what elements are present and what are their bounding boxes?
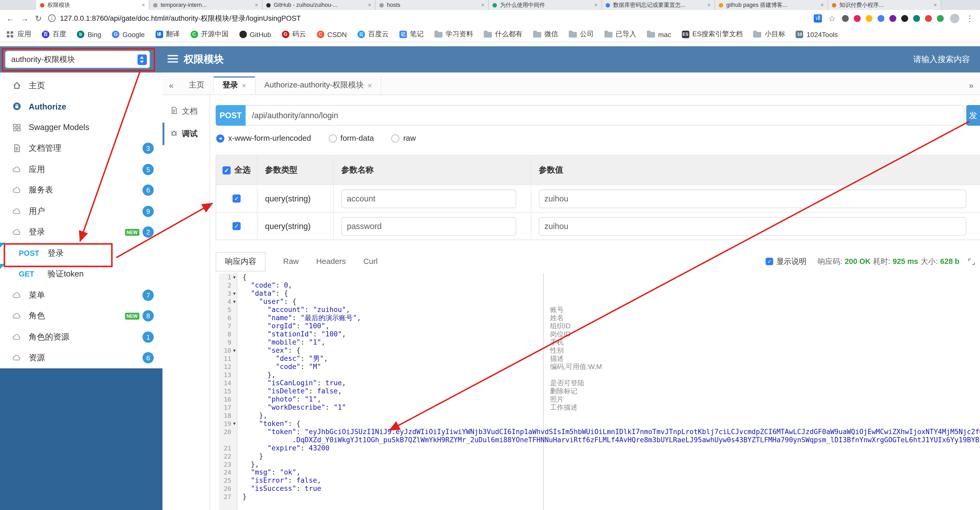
tab-login[interactable]: 登录 × bbox=[214, 76, 256, 94]
menu-toggle-icon[interactable] bbox=[167, 55, 178, 64]
tab-authorize[interactable]: Authorize-authority-权限模块 × bbox=[256, 76, 381, 94]
fold-caret-icon[interactable]: ▾ bbox=[231, 346, 237, 355]
back-icon[interactable]: ← bbox=[6, 13, 14, 23]
bookmark-item[interactable]: 学习资料 bbox=[434, 29, 473, 39]
extension-icon[interactable] bbox=[842, 15, 849, 22]
tab-close-icon[interactable]: × bbox=[255, 2, 258, 8]
sidebar-item[interactable]: 登录NEW2 bbox=[0, 222, 162, 243]
tab-close-icon[interactable]: × bbox=[821, 2, 824, 8]
profile-avatar[interactable] bbox=[950, 13, 959, 23]
translate-icon[interactable]: 译 bbox=[814, 14, 822, 22]
browser-tab[interactable]: 知识付费小程序...× bbox=[828, 0, 941, 10]
extension-icon[interactable] bbox=[877, 15, 884, 22]
extension-icon[interactable] bbox=[889, 15, 896, 22]
bookmark-item[interactable]: 已导入 bbox=[605, 29, 636, 39]
sidebar-item[interactable]: 服务表6 bbox=[0, 180, 162, 201]
bookmark-item[interactable]: 记笔记 bbox=[399, 29, 424, 39]
bookmark-item[interactable]: 公司 bbox=[569, 29, 594, 39]
close-icon[interactable]: × bbox=[242, 81, 247, 89]
tab-close-icon[interactable]: × bbox=[481, 2, 485, 8]
module-select[interactable]: authority-权限模块 bbox=[5, 51, 150, 68]
fold-caret-icon[interactable]: ▾ bbox=[231, 273, 237, 282]
tab-close-icon[interactable]: × bbox=[368, 2, 371, 8]
bookmark-item[interactable]: 小目标 bbox=[754, 29, 785, 39]
nav-document[interactable]: 文档 bbox=[162, 100, 210, 123]
request-path[interactable]: /api/authority/anno/login bbox=[246, 105, 964, 126]
tab-response-content[interactable]: 响应内容 bbox=[216, 252, 266, 271]
row-checkbox[interactable]: ✓ bbox=[232, 222, 241, 230]
radio-raw[interactable]: raw bbox=[391, 134, 416, 143]
bookmark-item[interactable]: 微信 bbox=[533, 29, 558, 39]
close-icon[interactable]: × bbox=[368, 81, 372, 89]
extension-icon[interactable] bbox=[937, 15, 944, 22]
sidebar-item[interactable]: 菜单7 bbox=[0, 285, 162, 306]
extension-icon[interactable] bbox=[901, 15, 908, 22]
bookmark-item[interactable]: bBing bbox=[77, 30, 101, 38]
tab-headers[interactable]: Headers bbox=[316, 257, 346, 266]
bookmark-item[interactable]: 什么都有 bbox=[484, 29, 523, 39]
browser-tab[interactable]: github pages 搭建博客...× bbox=[715, 0, 828, 10]
tab-close-icon[interactable]: × bbox=[594, 2, 598, 8]
bookmark-item[interactable]: G码云 bbox=[282, 29, 306, 39]
sidebar-item[interactable]: 文档管理3 bbox=[0, 138, 162, 159]
bookmark-item[interactable]: 应用 bbox=[6, 29, 31, 39]
param-name-input[interactable] bbox=[341, 217, 516, 235]
tab-close-icon[interactable]: × bbox=[707, 2, 711, 8]
bookmark-item[interactable]: GGoogle bbox=[112, 30, 145, 38]
browser-tab[interactable]: 数据库密码忘记或要重置怎...× bbox=[602, 0, 715, 10]
bookmark-item[interactable]: 百百度 bbox=[42, 29, 67, 39]
extension-icon[interactable] bbox=[913, 15, 920, 22]
extension-icon[interactable] bbox=[854, 15, 861, 22]
sidebar-api-get[interactable]: GET验证token bbox=[0, 264, 162, 285]
sidebar-item[interactable]: 资源6 bbox=[0, 347, 162, 368]
param-name-input[interactable] bbox=[341, 189, 516, 208]
bookmark-item[interactable]: C开源中国 bbox=[190, 29, 228, 39]
sidebar-item[interactable]: 角色NEW8 bbox=[0, 305, 162, 327]
fold-caret-icon[interactable]: ▾ bbox=[231, 298, 237, 306]
menu-kebab-icon[interactable]: ⋮ bbox=[966, 13, 974, 23]
forward-icon[interactable]: → bbox=[21, 13, 29, 23]
tabs-scroll-right-icon[interactable]: » bbox=[963, 76, 980, 94]
reload-icon[interactable]: ↻ bbox=[35, 13, 42, 23]
extension-icon[interactable] bbox=[925, 15, 932, 22]
browser-tab[interactable]: 为什么使用中间件× bbox=[489, 0, 602, 10]
fold-caret-icon[interactable]: ▾ bbox=[231, 420, 237, 428]
bookmark-item[interactable]: ESES搜索引擎文档 bbox=[682, 29, 743, 39]
row-checkbox[interactable]: ✓ bbox=[232, 194, 241, 203]
extension-icon[interactable] bbox=[865, 15, 872, 22]
browser-tab[interactable]: hosts× bbox=[375, 0, 489, 10]
radio-formdata[interactable]: form-data bbox=[329, 134, 374, 143]
tabs-scroll-left-icon[interactable]: « bbox=[162, 76, 180, 94]
page-info-icon[interactable]: i bbox=[48, 14, 56, 22]
nav-debug[interactable]: 调试 bbox=[162, 123, 210, 145]
sidebar-item[interactable]: 应用5 bbox=[0, 159, 162, 180]
bookmark-item[interactable]: mac bbox=[647, 30, 671, 38]
tab-close-icon[interactable]: × bbox=[142, 2, 145, 8]
bookmark-item[interactable]: 101024Tools bbox=[796, 30, 838, 38]
response-json-editor[interactable]: 1▾{2 "code": 0,3▾ "data": {4▾ "user": {5… bbox=[219, 273, 980, 510]
sidebar-item[interactable]: 角色的资源1 bbox=[0, 327, 162, 347]
browser-tab[interactable]: temporary-intern...× bbox=[150, 0, 262, 10]
browser-tab[interactable]: 权限模块× bbox=[36, 0, 150, 10]
bookmark-item[interactable]: GitHub bbox=[239, 30, 271, 38]
select-stepper-icon[interactable] bbox=[137, 54, 147, 65]
tab-close-icon[interactable]: × bbox=[934, 2, 937, 8]
param-value-input[interactable] bbox=[539, 217, 966, 235]
tab-curl[interactable]: Curl bbox=[363, 257, 378, 266]
bookmark-star-icon[interactable]: ☆ bbox=[828, 13, 836, 23]
show-desc-checkbox[interactable]: ✓ bbox=[766, 258, 773, 265]
tab-raw[interactable]: Raw bbox=[283, 257, 299, 266]
radio-urlencoded[interactable]: x-www-form-urlencoded bbox=[216, 134, 311, 143]
param-value-input[interactable] bbox=[539, 189, 966, 208]
sidebar-api-post[interactable]: POST登录 bbox=[0, 243, 162, 264]
sidebar-item[interactable]: Swagger Models bbox=[0, 117, 162, 138]
browser-tab[interactable]: GitHub - zuihou/zuihou-...× bbox=[262, 0, 375, 10]
fold-caret-icon[interactable]: ▾ bbox=[231, 290, 237, 298]
send-button[interactable]: 发 bbox=[966, 105, 980, 126]
sidebar-item[interactable]: 主页 bbox=[0, 75, 162, 96]
bookmark-item[interactable]: 云百度云 bbox=[358, 29, 389, 39]
tab-home[interactable]: 主页 bbox=[180, 76, 214, 94]
fullscreen-icon[interactable] bbox=[968, 258, 975, 265]
sidebar-item[interactable]: 用户9 bbox=[0, 201, 162, 222]
select-all-checkbox[interactable]: ✓ bbox=[223, 166, 231, 174]
